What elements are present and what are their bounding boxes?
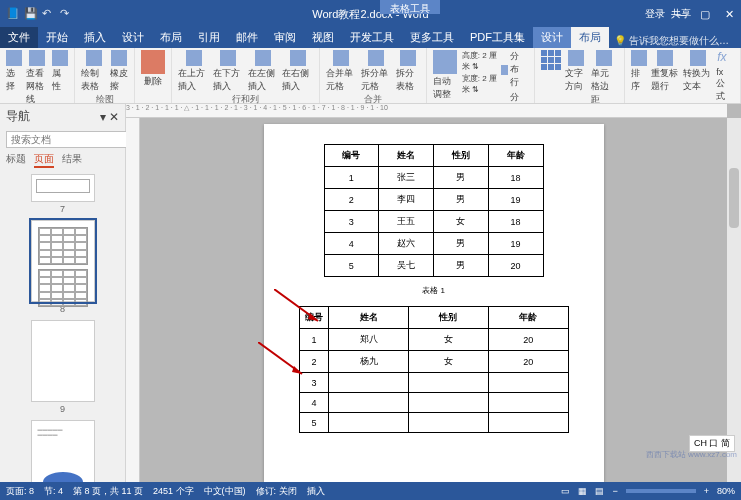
nav-tab-pages[interactable]: 页面 xyxy=(34,152,54,168)
status-insert[interactable]: 插入 xyxy=(307,485,325,498)
page-thumbnail-8[interactable]: 8 xyxy=(28,220,98,314)
watermark: 西西下载站 www.xz7.com xyxy=(646,449,737,460)
merge-icon xyxy=(333,50,349,66)
zoom-slider[interactable] xyxy=(626,489,696,493)
vertical-scrollbar[interactable] xyxy=(727,118,741,482)
save-icon[interactable]: 💾 xyxy=(24,7,38,21)
align-grid-icon xyxy=(541,50,561,70)
nav-close-button[interactable]: ▾ ✕ xyxy=(100,110,119,124)
nav-tab-results[interactable]: 结果 xyxy=(62,152,82,168)
undo-icon[interactable]: ↶ xyxy=(42,7,56,21)
eraser-icon xyxy=(111,50,127,66)
repeat-icon xyxy=(657,50,673,66)
tab-table-layout[interactable]: 布局 xyxy=(571,27,609,48)
tab-home[interactable]: 开始 xyxy=(38,27,76,48)
row-height-field[interactable]: 高度: 2 厘米 ⇅ xyxy=(462,50,498,72)
page-thumbnail-10[interactable]: ▬▬▬▬▬▬▬▬▬10 xyxy=(28,420,98,482)
table-1-caption: 表格 1 xyxy=(280,285,588,296)
status-page-count[interactable]: 第 8 页，共 11 页 xyxy=(73,485,143,498)
search-input[interactable] xyxy=(6,131,142,148)
scroll-thumb[interactable] xyxy=(729,168,739,228)
repeat-header-button[interactable]: 重复标题行 xyxy=(651,50,680,103)
zoom-in-button[interactable]: + xyxy=(704,486,709,496)
table-1[interactable]: 编号姓名性别年龄 1张三男18 2李四男19 3王五女18 4赵六男19 5吴七… xyxy=(324,144,544,277)
sort-button[interactable]: 排序 xyxy=(631,50,647,103)
ribbon: 选择 查看网格线 属性 表 绘制表格 橡皮擦 绘图 删除 在上方插入 在下方插入… xyxy=(0,48,741,104)
cell-margins-button[interactable]: 单元格边距 xyxy=(591,50,618,106)
redo-icon[interactable]: ↷ xyxy=(60,7,74,21)
insert-above-button[interactable]: 在上方插入 xyxy=(178,50,209,93)
properties-button[interactable]: 属性 xyxy=(52,50,68,106)
sort-icon xyxy=(631,50,647,66)
split-table-button[interactable]: 拆分表格 xyxy=(396,50,421,93)
view-print-icon[interactable]: ▦ xyxy=(578,486,587,496)
status-language[interactable]: 中文(中国) xyxy=(204,485,246,498)
tab-layout[interactable]: 布局 xyxy=(152,27,190,48)
col-right-icon xyxy=(290,50,306,66)
delete-icon xyxy=(141,50,165,74)
delete-button[interactable]: 删除 xyxy=(141,50,165,88)
tell-me[interactable]: 💡 告诉我您想要做什么… xyxy=(614,34,729,48)
tab-developer[interactable]: 开发工具 xyxy=(342,27,402,48)
vertical-ruler[interactable] xyxy=(126,118,140,482)
page-thumbnail-9[interactable]: 9 xyxy=(28,320,98,414)
tab-references[interactable]: 引用 xyxy=(190,27,228,48)
draw-table-button[interactable]: 绘制表格 xyxy=(81,50,106,93)
nav-title: 导航 xyxy=(6,108,30,125)
document-canvas[interactable]: 编号姓名性别年龄 1张三男18 2李四男19 3王五女18 4赵六男19 5吴七… xyxy=(140,118,727,482)
lightbulb-icon: 💡 xyxy=(614,35,626,46)
fx-icon: fx xyxy=(717,50,733,66)
dist-rows-button[interactable]: 分布行 xyxy=(501,50,528,89)
pencil-icon xyxy=(86,50,102,66)
tab-table-design[interactable]: 设计 xyxy=(533,27,571,48)
status-section[interactable]: 节: 4 xyxy=(44,485,63,498)
tab-review[interactable]: 审阅 xyxy=(266,27,304,48)
status-track[interactable]: 修订: 关闭 xyxy=(256,485,297,498)
view-web-icon[interactable]: ▤ xyxy=(595,486,604,496)
gridlines-button[interactable]: 查看网格线 xyxy=(26,50,48,106)
zoom-out-button[interactable]: − xyxy=(612,486,617,496)
tab-view[interactable]: 视图 xyxy=(304,27,342,48)
dist-rows-icon xyxy=(501,65,508,75)
alignment-grid[interactable] xyxy=(541,50,561,106)
tab-mailings[interactable]: 邮件 xyxy=(228,27,266,48)
convert-icon xyxy=(690,50,706,66)
convert-text-button[interactable]: 转换为文本 xyxy=(683,50,712,103)
page[interactable]: 编号姓名性别年龄 1张三男18 2李四男19 3王五女18 4赵六男19 5吴七… xyxy=(264,124,604,482)
tab-more[interactable]: 更多工具 xyxy=(402,27,462,48)
status-word-count[interactable]: 2451 个字 xyxy=(153,485,194,498)
split-cells-button[interactable]: 拆分单元格 xyxy=(361,50,392,93)
login-link[interactable]: 登录 xyxy=(645,7,665,21)
page-thumbnail-7[interactable]: 7 xyxy=(28,174,98,214)
tab-pdf[interactable]: PDF工具集 xyxy=(462,27,533,48)
insert-right-button[interactable]: 在右侧插入 xyxy=(282,50,313,93)
text-direction-button[interactable]: 文字方向 xyxy=(565,50,587,106)
horizontal-ruler[interactable]: 3 · 1 · 2 · 1 · 1 · 1 · △ · 1 · 1 · 1 · … xyxy=(126,104,727,118)
eraser-button[interactable]: 橡皮擦 xyxy=(110,50,128,93)
view-read-icon[interactable]: ▭ xyxy=(561,486,570,496)
status-page[interactable]: 页面: 8 xyxy=(6,485,34,498)
col-width-field[interactable]: 宽度: 2 厘米 ⇅ xyxy=(462,73,498,95)
row-below-icon xyxy=(220,50,236,66)
insert-below-button[interactable]: 在下方插入 xyxy=(213,50,244,93)
context-tab-label: 表格工具 xyxy=(380,0,440,14)
word-icon: 📘 xyxy=(6,7,20,21)
text-dir-icon xyxy=(568,50,584,66)
tab-insert[interactable]: 插入 xyxy=(76,27,114,48)
merge-cells-button[interactable]: 合并单元格 xyxy=(326,50,357,93)
nav-tab-headings[interactable]: 标题 xyxy=(6,152,26,168)
close-button[interactable]: ✕ xyxy=(717,3,741,25)
table-2[interactable]: 编号姓名性别年龄 1郑八女20 2杨九女20 3 4 5 xyxy=(299,306,569,433)
maximize-button[interactable]: ▢ xyxy=(693,3,717,25)
tab-design[interactable]: 设计 xyxy=(114,27,152,48)
zoom-level[interactable]: 80% xyxy=(717,486,735,496)
margins-icon xyxy=(596,50,612,66)
row-above-icon xyxy=(186,50,202,66)
navigation-pane: 导航 ▾ ✕ 🔍 标题 页面 结果 7 8 9 ▬▬▬▬▬▬▬▬▬10 xyxy=(0,104,126,482)
formula-button[interactable]: fxfx 公式 xyxy=(716,50,734,103)
insert-left-button[interactable]: 在左侧插入 xyxy=(248,50,279,93)
select-button[interactable]: 选择 xyxy=(6,50,22,106)
tab-file[interactable]: 文件 xyxy=(0,27,38,48)
minimize-button[interactable]: — xyxy=(669,3,693,25)
split-table-icon xyxy=(400,50,416,66)
